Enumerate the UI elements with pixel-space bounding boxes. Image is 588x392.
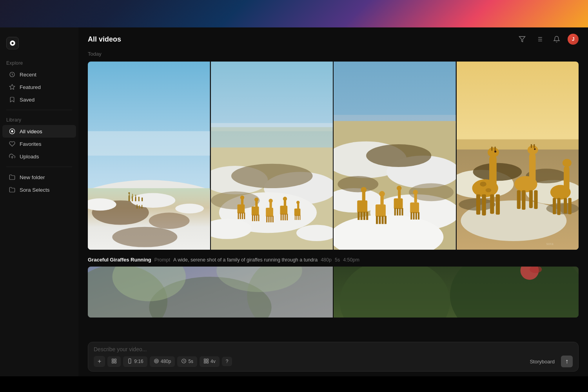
prompt-bar: +: [88, 342, 579, 372]
sidebar-item-saved[interactable]: Saved: [2, 93, 76, 106]
svg-rect-64: [270, 216, 271, 223]
video-time: 4:50pm: [343, 257, 359, 263]
svg-rect-149: [529, 190, 532, 208]
notifications-button[interactable]: [550, 33, 563, 45]
sidebar-item-sora-selects[interactable]: Sora Selects: [2, 183, 76, 196]
bottom-video-panel-1[interactable]: [88, 267, 333, 318]
variant-button[interactable]: 4v: [200, 356, 220, 367]
video-title: Graceful Giraffes Running: [88, 257, 151, 263]
svg-rect-96: [363, 212, 365, 220]
list-view-button[interactable]: [533, 33, 546, 45]
svg-rect-171: [115, 359, 116, 360]
video-panel-1[interactable]: [88, 62, 210, 250]
heart-icon: [9, 140, 16, 147]
svg-point-61: [269, 199, 272, 203]
variant-label: 4v: [211, 359, 216, 364]
prompt-toolbar: +: [94, 356, 573, 367]
svg-point-88: [366, 144, 431, 167]
bottom-video-panel-2[interactable]: [334, 267, 579, 318]
sidebar-logo[interactable]: [0, 34, 78, 57]
svg-rect-101: [376, 216, 378, 224]
clock-icon-prompt: [181, 358, 187, 365]
sidebar-divider-2: [6, 167, 72, 167]
svg-rect-136: [482, 194, 486, 216]
svg-rect-48: [238, 212, 239, 219]
svg-rect-25: [132, 196, 133, 201]
resolution-icon: [154, 358, 159, 365]
svg-rect-31: [137, 205, 138, 209]
svg-rect-49: [240, 212, 241, 219]
video-panel-3[interactable]: [334, 62, 456, 250]
bottom-bar: [0, 376, 588, 392]
svg-rect-173: [115, 361, 116, 363]
user-avatar[interactable]: J: [568, 34, 579, 45]
sidebar-item-saved-label: Saved: [20, 97, 34, 103]
sidebar-item-new-folder[interactable]: New folder: [2, 171, 76, 183]
duration-button[interactable]: 5s: [177, 356, 197, 367]
prompt-label: Prompt: [154, 257, 170, 263]
svg-point-89: [338, 176, 378, 192]
svg-point-100: [379, 191, 385, 197]
svg-point-140: [485, 188, 491, 192]
content-header: All videos: [78, 27, 588, 51]
video-panel-2[interactable]: [211, 62, 333, 250]
svg-rect-33: [142, 205, 142, 209]
submit-button[interactable]: ↑: [561, 356, 573, 367]
svg-point-54: [254, 198, 258, 201]
explore-section-label: Explore: [0, 57, 78, 68]
sidebar-item-recent[interactable]: Recent: [2, 68, 76, 81]
sidebar-item-all-videos[interactable]: All videos: [2, 125, 76, 138]
svg-rect-77: [296, 215, 297, 220]
svg-rect-65: [272, 216, 273, 223]
duration-label: 5s: [188, 359, 193, 364]
filter-button[interactable]: [516, 33, 528, 45]
svg-rect-69: [280, 214, 281, 220]
prompt-input[interactable]: [94, 346, 573, 352]
svg-point-177: [155, 360, 157, 362]
add-button[interactable]: +: [94, 356, 105, 367]
sidebar-item-uploads-label: Uploads: [20, 154, 39, 160]
svg-rect-155: [557, 198, 560, 215]
sidebar-item-sora-selects-label: Sora Selects: [20, 187, 50, 193]
sidebar-item-featured[interactable]: Featured: [2, 81, 76, 93]
svg-rect-78: [298, 215, 299, 220]
storyboard-tool-button[interactable]: [107, 356, 121, 367]
svg-point-166: [340, 267, 450, 318]
svg-rect-180: [207, 359, 208, 360]
grid-icon: [9, 128, 16, 135]
svg-rect-150: [534, 190, 537, 209]
svg-rect-95: [361, 212, 363, 220]
svg-rect-118: [418, 212, 419, 220]
svg-rect-105: [394, 198, 403, 209]
folder-icon: [9, 186, 16, 193]
aspect-ratio-button[interactable]: 9:16: [123, 356, 147, 367]
upload-icon: [9, 153, 16, 160]
svg-point-47: [240, 196, 244, 200]
sidebar-item-favorites[interactable]: Favorites: [2, 138, 76, 150]
video-caption: Graceful Giraffes Running Prompt A wide,…: [88, 253, 579, 267]
main-area: Explore Recent Featured: [0, 27, 588, 376]
svg-rect-148: [522, 190, 525, 210]
svg-rect-172: [112, 361, 114, 363]
svg-rect-94: [358, 212, 359, 220]
resolution-button[interactable]: 480p: [150, 356, 175, 367]
svg-point-143: [527, 145, 538, 154]
svg-rect-108: [394, 208, 396, 216]
svg-rect-73: [294, 209, 300, 216]
top-gradient-bar: [0, 0, 588, 27]
svg-rect-27: [135, 197, 136, 201]
video-area[interactable]: Today: [78, 51, 588, 339]
phone-icon: [127, 358, 132, 365]
svg-point-146: [534, 148, 535, 150]
svg-rect-103: [382, 216, 384, 224]
sidebar-item-uploads[interactable]: Uploads: [2, 150, 76, 163]
storyboard-icon: [111, 358, 117, 365]
svg-rect-110: [399, 208, 401, 216]
svg-point-43: [231, 164, 312, 188]
storyboard-button[interactable]: Storyboard: [526, 357, 558, 367]
video-panel-4[interactable]: sora: [457, 62, 579, 250]
svg-rect-182: [207, 361, 208, 363]
help-button[interactable]: ?: [222, 357, 232, 366]
svg-rect-26: [132, 194, 133, 197]
svg-rect-58: [258, 215, 259, 221]
